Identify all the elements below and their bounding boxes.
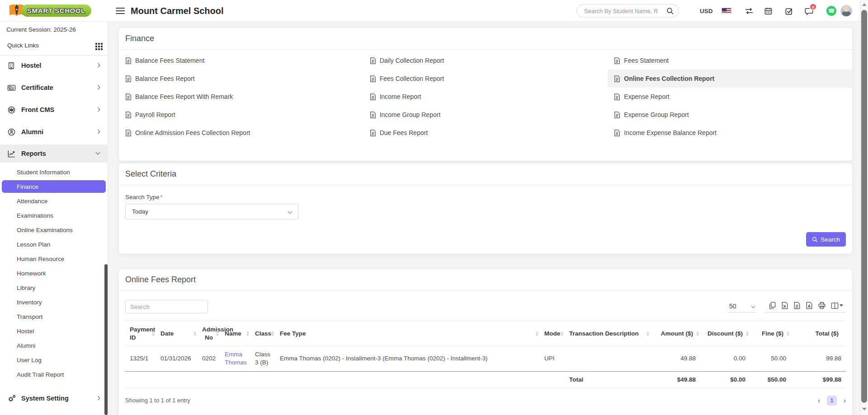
notification-badge: 0 [809,3,817,10]
scroll-down-arrow-icon[interactable] [862,408,867,410]
search-type-select[interactable]: Today [125,204,298,219]
language-flag-icon[interactable] [722,0,731,22]
col-transaction-description[interactable]: Transaction Description [565,321,651,346]
scroll-up-arrow-icon[interactable] [862,3,867,6]
pdf-export-icon[interactable] [806,302,813,309]
document-icon [125,93,132,101]
export-toolbar [766,300,846,312]
csv-export-icon[interactable] [793,302,801,309]
col-date[interactable]: Date [156,321,198,346]
link-payroll-report[interactable]: Payroll Report [119,106,363,124]
link-daily-collection-report[interactable]: Daily Collection Report [363,51,608,70]
sidebar-subitem-student-information[interactable]: Student Information [2,166,106,178]
document-icon [614,129,620,137]
sidebar-subitem-finance[interactable]: Finance [2,180,106,193]
sidebar-item-reports[interactable]: Reports [0,145,108,163]
sidebar-subitem-library[interactable]: Library [2,281,106,294]
sidebar-subitem-online-examinations[interactable]: Online Examinations [2,224,106,236]
quick-links-row[interactable]: Quick Links [0,40,108,52]
link-balance-fees-statement[interactable]: Balance Fees Statement [119,51,363,70]
grid-icon[interactable] [95,43,97,45]
scrollbar-thumb[interactable] [861,10,867,403]
sidebar-subitem-human-resource[interactable]: Human Resource [2,252,106,265]
currency-selector[interactable]: USD [700,0,713,22]
link-due-fees-report[interactable]: Due Fees Report [363,124,608,142]
cell-date: 01/31/2026 [156,346,198,371]
sidebar-subitem-audit-trail-report[interactable]: Audit Trail Report [2,368,106,381]
table-footer: Showing 1 to 1 of 1 entry ‹ 1 › [119,388,852,413]
sidebar-subitem-hostel[interactable]: Hostel [2,325,106,337]
column-visibility-icon[interactable] [831,302,843,309]
calendar-icon[interactable] [764,0,773,22]
col-class[interactable]: Class [250,321,275,346]
chevron-down-icon [751,304,755,308]
link-income-group-report[interactable]: Income Group Report [363,106,608,124]
link-fees-statement[interactable]: Fees Statement [608,51,852,70]
col-amount[interactable]: Amount ($) [651,321,700,346]
page-size-select[interactable]: 50 [728,300,756,312]
link-balance-fees-report[interactable]: Balance Fees Report [119,70,363,88]
total-amount: $49.88 [651,371,700,388]
student-name-link[interactable]: Emma Thomas [225,351,247,366]
col-fine[interactable]: Fine ($) [750,321,791,346]
sidebar-item-system-setting[interactable]: System Setting [0,389,108,407]
copy-icon[interactable] [769,302,776,309]
alumni-person-icon [7,127,16,136]
col-fee-type[interactable]: Fee Type [275,321,540,346]
table-header-row: Payment ID Date Admission No Name Class … [125,321,846,346]
print-icon[interactable] [818,302,826,309]
link-income-expense-balance-report[interactable]: Income Expense Balance Report [608,124,852,142]
search-type-label: Search Type* [125,194,852,201]
search-button[interactable]: Search [806,232,846,247]
whatsapp-icon[interactable]: ☎ [826,0,836,22]
sidebar: Current Session: 2025-26 Quick Links Hos… [0,22,108,415]
smart-school-logo[interactable]: SMART SCHOOL [8,2,91,19]
col-admission-no[interactable]: Admission No [198,321,220,346]
sidebar-scrollbar-thumb[interactable] [104,264,108,415]
link-income-report[interactable]: Income Report [363,88,608,106]
link-balance-fees-report-with-remark[interactable]: Balance Fees Report With Remark [119,88,363,106]
sidebar-subitem-homework[interactable]: Homework [2,267,106,280]
user-avatar[interactable] [840,0,852,22]
cell-fine: 50.00 [750,346,791,371]
excel-export-icon[interactable] [781,302,788,309]
sidebar-toggle-icon[interactable] [116,8,125,16]
global-search[interactable] [576,4,679,18]
task-check-icon[interactable] [785,0,793,22]
sidebar-subitem-alumni[interactable]: Alumni [2,339,106,352]
document-icon [614,75,620,83]
exchange-icon[interactable] [745,0,754,22]
col-payment-id[interactable]: Payment ID [125,321,156,346]
sidebar-subitem-lesson-plan[interactable]: Lesson Plan [2,238,106,251]
link-online-fees-collection-report[interactable]: Online Fees Collection Report [608,70,852,88]
col-total[interactable]: Total ($) [791,321,846,346]
next-page-button[interactable]: › [844,397,846,404]
global-search-input[interactable] [584,8,666,14]
link-expense-report[interactable]: Expense Report [608,88,852,106]
sidebar-subitem-attendance[interactable]: Attendance [2,195,106,207]
page-number-button[interactable]: 1 [827,396,837,406]
previous-page-button[interactable]: ‹ [818,397,820,404]
col-discount[interactable]: Discount ($) [700,321,750,346]
sidebar-subitem-transport[interactable]: Transport [2,310,106,323]
search-icon[interactable] [666,7,674,15]
sidebar-item-alumni[interactable]: Alumni [0,123,108,141]
window-scrollbar[interactable] [860,0,868,415]
sort-icons [646,331,649,336]
col-name[interactable]: Name [220,321,250,346]
link-expense-group-report[interactable]: Expense Group Report [608,106,852,124]
link-fees-collection-report[interactable]: Fees Collection Report [363,70,608,88]
messages-icon[interactable]: 0 [804,0,814,22]
table-search-input[interactable] [125,300,208,313]
sidebar-subitem-inventory[interactable]: Inventory [2,296,106,308]
link-online-admission-fees-collection-report[interactable]: Online Admission Fees Collection Report [119,124,363,142]
sidebar-subitem-user-log[interactable]: User Log [2,354,106,366]
chevron-right-icon [96,396,100,401]
col-mode[interactable]: Mode [540,321,565,346]
sidebar-item-front-cms[interactable]: Front CMS [0,101,108,119]
sidebar-item-hostel[interactable]: Hostel [0,56,108,75]
document-icon [370,129,376,137]
sidebar-subitem-examinations[interactable]: Examinations [2,209,106,222]
sidebar-item-certificate[interactable]: Certificate [0,79,108,97]
document-icon [370,57,376,65]
